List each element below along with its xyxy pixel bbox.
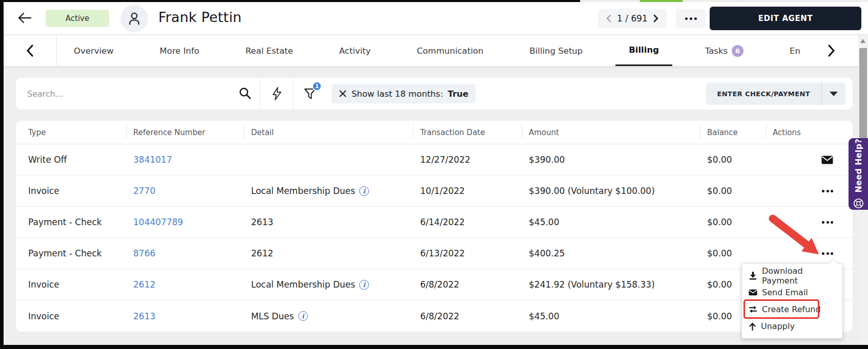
cell-type: Invoice	[16, 311, 126, 321]
cell-balance: $0.00	[700, 186, 766, 196]
unapply-arrow-up-icon	[749, 322, 756, 331]
filter-chip-value: True	[448, 89, 469, 99]
agent-header: Active Frank Pettin 1 / 691	[4, 2, 868, 35]
info-icon[interactable]: i	[359, 186, 369, 196]
chevron-down-icon	[830, 92, 838, 96]
tab-activity[interactable]: Activity	[326, 35, 384, 66]
chevron-left-icon	[25, 44, 35, 57]
filter-chip-label: Show last 18 months:	[352, 89, 443, 99]
chevron-right-icon	[826, 44, 836, 57]
cell-balance: $0.00	[700, 217, 766, 227]
row-actions-menu-button-open[interactable]	[822, 252, 833, 255]
avatar	[120, 5, 148, 32]
search-input[interactable]	[27, 89, 222, 99]
quick-actions-button[interactable]	[260, 78, 293, 110]
col-header-amount: Amount	[522, 121, 700, 144]
tab-billing-setup[interactable]: Billing Setup	[516, 35, 596, 66]
email-icon[interactable]	[821, 156, 833, 164]
cell-type: Write Off	[16, 155, 126, 165]
scroll-up-arrow-icon[interactable]	[860, 39, 865, 43]
reference-link[interactable]: 8766	[133, 248, 155, 258]
cell-amount: $390.00 (Voluntary $100.00)	[522, 186, 700, 196]
info-icon[interactable]: i	[359, 280, 369, 290]
col-header-type: Type	[16, 121, 126, 144]
table-row: Invoice 2613 MLS Duesi 6/8/2022 $45.00 $…	[16, 300, 853, 332]
billing-toolbar: 1 Show last 18 months: True ENTER CHECK/…	[16, 78, 853, 110]
tab-billing[interactable]: Billing	[615, 35, 672, 66]
reference-link[interactable]: 2770	[133, 186, 155, 196]
payment-options-dropdown-button[interactable]	[822, 82, 845, 105]
window-frame: Active Frank Pettin 1 / 691	[0, 0, 868, 349]
menu-item-download-payment[interactable]: Download Payment	[742, 267, 842, 284]
edit-agent-button[interactable]: EDIT AGENT	[710, 7, 861, 30]
refund-icon	[749, 306, 757, 313]
col-header-actions: Actions	[766, 121, 853, 144]
cell-detail: 2612	[244, 248, 413, 258]
header-more-actions-button[interactable]	[676, 9, 706, 28]
row-actions-menu-button[interactable]	[822, 190, 833, 192]
life-ring-icon	[853, 198, 864, 209]
filter-count-badge: 1	[312, 81, 322, 91]
cell-amount: $45.00	[522, 311, 700, 321]
remove-filter-icon[interactable]	[339, 90, 347, 98]
cell-balance: $0.00	[700, 248, 766, 258]
col-header-date: Transaction Date	[413, 121, 522, 144]
filter-button[interactable]: 1	[294, 78, 326, 110]
cell-date: 6/8/2022	[413, 311, 522, 321]
pager-prev-icon[interactable]	[606, 14, 612, 23]
tab-overview[interactable]: Overview	[60, 35, 127, 66]
tab-tasks[interactable]: Tasks 6	[692, 35, 757, 66]
back-button[interactable]	[17, 11, 33, 26]
arrow-left-icon	[17, 11, 32, 25]
cell-detail: 2613	[244, 217, 413, 227]
enter-check-payment-button[interactable]: ENTER CHECK/PAYMENT	[706, 82, 821, 105]
table-row: Payment - Check 8766 2612 6/13/2022 $400…	[16, 238, 853, 269]
scrollbar-thumb[interactable]	[859, 48, 867, 139]
tab-en-truncated[interactable]: En	[776, 35, 814, 66]
tab-more-info[interactable]: More Info	[147, 35, 213, 66]
active-filter-chip: Show last 18 months: True	[332, 84, 476, 103]
email-icon	[749, 289, 757, 296]
menu-item-unapply[interactable]: Unapply	[742, 318, 842, 335]
tab-real-estate[interactable]: Real Estate	[232, 35, 306, 66]
reference-link[interactable]: 2612	[133, 279, 155, 290]
tab-bar: Overview More Info Real Estate Activity …	[4, 35, 868, 67]
record-pager: 1 / 691	[598, 9, 667, 28]
table-row: Invoice 2770 Local Membership Duesi 10/1…	[16, 176, 853, 207]
download-icon	[749, 271, 757, 280]
tab-communication[interactable]: Communication	[403, 35, 497, 66]
tab-list: Overview More Info Real Estate Activity …	[57, 35, 817, 66]
reference-link[interactable]: 2613	[133, 311, 155, 321]
enter-check-payment-split-button: ENTER CHECK/PAYMENT	[706, 82, 845, 105]
menu-item-send-email[interactable]: Send Email	[742, 284, 842, 301]
cell-amount: $45.00	[522, 217, 700, 227]
tabs-scroll-right-button[interactable]	[817, 35, 845, 66]
table-header-row: Type Reference Number Detail Transaction…	[16, 121, 853, 144]
menu-item-create-refund[interactable]: Create Refund	[742, 301, 842, 318]
row-actions-context-menu: Download Payment Send Email Create Refun…	[741, 263, 843, 339]
cell-date: 10/1/2022	[413, 186, 522, 196]
col-header-detail: Detail	[244, 121, 413, 144]
table-row: Write Off 3841017 12/27/2022 $390.00 $0.…	[16, 144, 853, 176]
info-icon[interactable]: i	[298, 311, 308, 321]
col-header-reference: Reference Number	[126, 121, 244, 144]
col-header-balance: Balance	[700, 121, 766, 144]
row-actions-menu-button[interactable]	[822, 221, 833, 224]
lightning-icon	[271, 86, 283, 101]
reference-link[interactable]: 3841017	[133, 155, 172, 165]
cell-date: 12/27/2022	[413, 155, 522, 165]
cell-date: 6/14/2022	[413, 217, 522, 227]
reference-link[interactable]: 104407789	[133, 217, 183, 227]
cell-type: Invoice	[16, 186, 126, 196]
tabs-scroll-left-button[interactable]	[4, 35, 57, 66]
pager-position: 1 / 691	[617, 13, 648, 24]
search-box	[16, 78, 260, 110]
cell-detail: MLS Duesi	[244, 311, 413, 321]
need-help-tab[interactable]: Need Help?	[849, 138, 868, 210]
status-badge-label: Active	[66, 14, 89, 23]
search-icon[interactable]	[238, 86, 252, 102]
pager-next-icon[interactable]	[653, 14, 659, 23]
cell-amount: $241.92 (Voluntary $158.33)	[522, 279, 700, 290]
table-row: Payment - Check 104407789 2613 6/14/2022…	[16, 207, 853, 238]
cell-type: Invoice	[16, 279, 126, 290]
